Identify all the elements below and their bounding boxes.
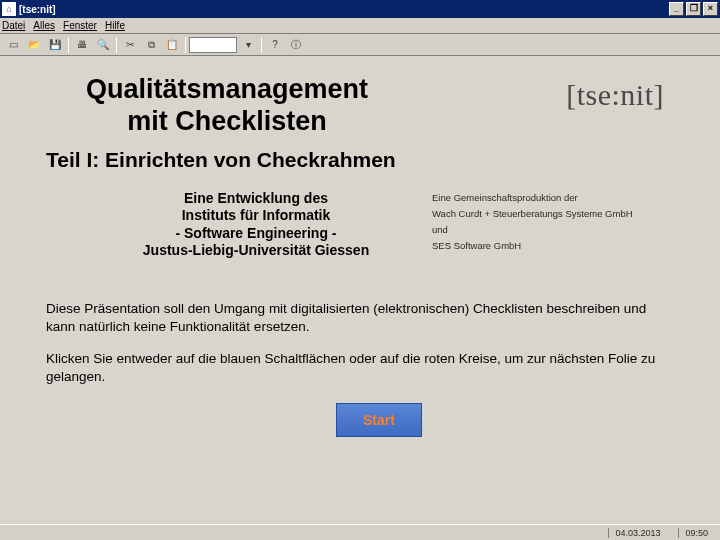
credit-right-l1: Eine Gemeinschaftsproduktion der (432, 192, 578, 203)
credit-right-l3: und (432, 224, 448, 235)
slide-subtitle: Teil I: Einrichten von Checkrahmen (46, 148, 674, 172)
product-logo: [tse:nit] (566, 78, 664, 112)
slide-header: Qualitätsmanagement mit Checklisten [tse… (46, 74, 674, 138)
help-icon[interactable]: ? (265, 36, 285, 54)
open-icon[interactable]: 📂 (24, 36, 44, 54)
restore-button[interactable]: ❐ (686, 2, 701, 16)
slide-title-line2: mit Checklisten (127, 106, 327, 136)
info-icon[interactable]: ⓘ (286, 36, 306, 54)
close-button[interactable]: × (703, 2, 718, 16)
window-titlebar: ⌂ [tse:nit] _ ❐ × (0, 0, 720, 18)
credit-right-l2: Wach Curdt + Steuerberatungs Systeme Gmb… (432, 208, 633, 219)
window-title: [tse:nit] (19, 4, 56, 15)
window-controls: _ ❐ × (669, 2, 718, 16)
menu-misc[interactable]: Alles (33, 20, 55, 31)
preview-icon[interactable]: 🔍 (93, 36, 113, 54)
intro-paragraph-1: Diese Präsentation soll den Umgang mit d… (46, 300, 674, 336)
minimize-button[interactable]: _ (669, 2, 684, 16)
menu-help[interactable]: Hilfe (105, 20, 125, 31)
toolbar-sep-2 (116, 37, 117, 53)
menu-file[interactable]: Datei (2, 20, 25, 31)
zoom-dropdown-icon[interactable]: ▾ (238, 36, 258, 54)
credits-row: Eine Entwicklung des Instituts für Infor… (46, 190, 674, 260)
cut-icon[interactable]: ✂ (120, 36, 140, 54)
toolbar-sep-3 (185, 37, 186, 53)
slide-title: Qualitätsmanagement mit Checklisten (86, 74, 368, 138)
start-button[interactable]: Start (336, 403, 422, 437)
menu-window[interactable]: Fenster (63, 20, 97, 31)
credit-left-l3: - Software Engineering - (175, 225, 336, 241)
paste-icon[interactable]: 📋 (162, 36, 182, 54)
slide-title-line1: Qualitätsmanagement (86, 74, 368, 104)
app-icon: ⌂ (2, 2, 16, 16)
statusbar: 04.03.2013 09:50 (0, 524, 720, 540)
save-icon[interactable]: 💾 (45, 36, 65, 54)
zoom-input[interactable] (189, 37, 237, 53)
status-time: 09:50 (678, 528, 714, 538)
status-date: 04.03.2013 (608, 528, 666, 538)
toolbar-sep-4 (261, 37, 262, 53)
toolbar: ▭ 📂 💾 🖶 🔍 ✂ ⧉ 📋 ▾ ? ⓘ (0, 34, 720, 56)
credits-left: Eine Entwicklung des Instituts für Infor… (106, 190, 406, 260)
credit-left-l4: Justus-Liebig-Universität Giessen (143, 242, 369, 258)
slide-area: Qualitätsmanagement mit Checklisten [tse… (0, 56, 720, 524)
credit-left-l2: Instituts für Informatik (182, 207, 331, 223)
toolbar-sep-1 (68, 37, 69, 53)
new-icon[interactable]: ▭ (3, 36, 23, 54)
print-icon[interactable]: 🖶 (72, 36, 92, 54)
intro-paragraph-2: Klicken Sie entweder auf die blauen Scha… (46, 350, 674, 386)
copy-icon[interactable]: ⧉ (141, 36, 161, 54)
credit-left-l1: Eine Entwicklung des (184, 190, 328, 206)
credits-right: Eine Gemeinschaftsproduktion der Wach Cu… (432, 190, 674, 260)
credit-right-l4: SES Software GmbH (432, 240, 521, 251)
menubar: Datei Alles Fenster Hilfe (0, 18, 720, 34)
